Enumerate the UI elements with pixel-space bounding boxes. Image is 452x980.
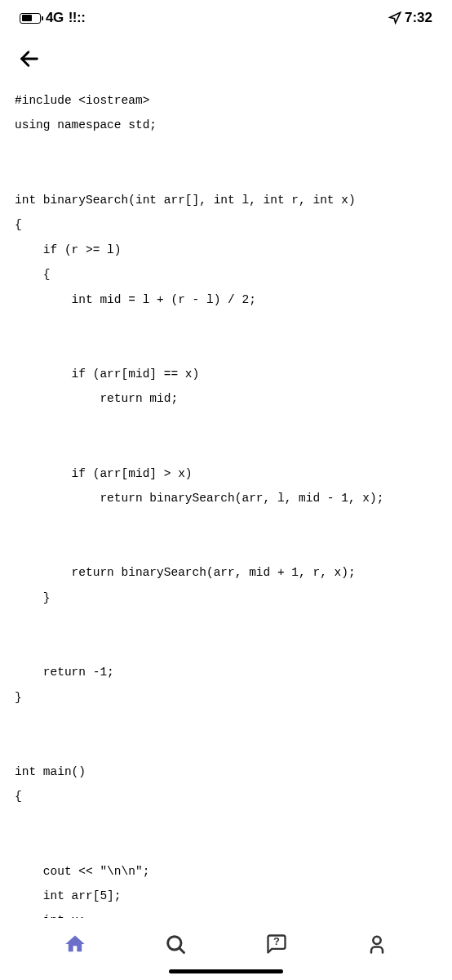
status-left: 4G !!:: xyxy=(20,10,85,26)
status-right: 7:32 xyxy=(388,10,432,26)
person-icon xyxy=(366,933,388,956)
search-icon xyxy=(164,933,187,956)
content-area[interactable]: #include <iostream> using namespace std;… xyxy=(0,78,452,918)
back-button[interactable] xyxy=(16,46,42,72)
location-icon xyxy=(388,11,401,24)
back-arrow-icon xyxy=(18,47,41,70)
nav-home[interactable] xyxy=(59,928,91,960)
nav-profile[interactable] xyxy=(361,928,393,960)
header xyxy=(0,36,452,78)
status-bar: 4G !!:: 7:32 xyxy=(0,0,452,36)
svg-text:?: ? xyxy=(273,935,280,947)
code-block: #include <iostream> using namespace std;… xyxy=(3,78,449,918)
nav-search[interactable] xyxy=(159,928,192,960)
home-icon xyxy=(64,933,86,956)
nav-help[interactable]: ? xyxy=(260,928,293,960)
network-type: 4G xyxy=(46,10,64,26)
svg-line-2 xyxy=(180,948,184,952)
clock-time: 7:32 xyxy=(405,10,432,26)
battery-icon xyxy=(20,13,41,24)
svg-point-4 xyxy=(374,937,381,944)
question-chat-icon: ? xyxy=(265,933,288,956)
home-indicator[interactable] xyxy=(169,969,283,973)
signal-strength-icon: !!:: xyxy=(69,10,86,26)
